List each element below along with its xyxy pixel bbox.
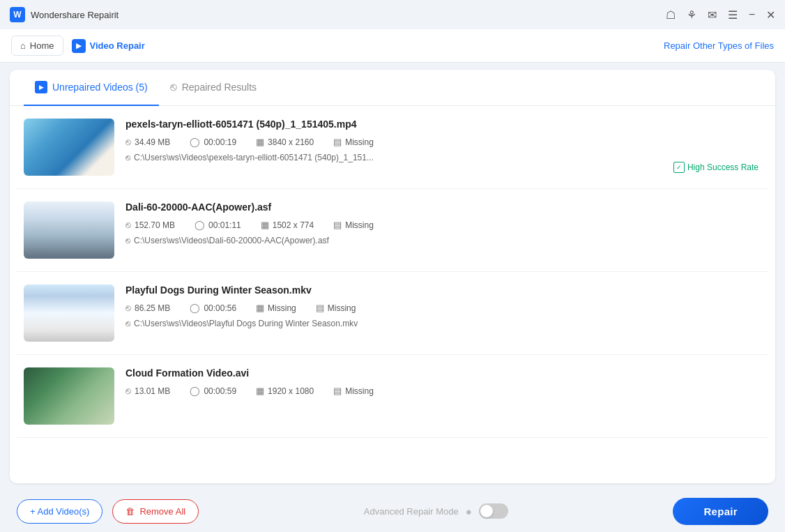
clock-icon-2: ◯ (190, 303, 200, 313)
title-bar: W Wondershare Repairit ☖ ⚘ ✉ ☰ − ✕ (0, 0, 785, 29)
video-repair-label: Video Repair (90, 40, 145, 51)
info-icon: ● (466, 506, 472, 517)
main-content: ▶ Unrepaired Videos (5) ⎋ Repaired Resul… (10, 70, 775, 483)
video-name-1: Dali-60-20000-AAC(Apower).asf (125, 202, 761, 213)
audio-icon-0: ▤ (333, 137, 342, 147)
headset-icon[interactable]: ⚘ (687, 8, 696, 22)
path-text-0: C:\Users\ws\Videos\pexels-taryn-elliott-… (134, 153, 374, 162)
video-info-0: pexels-taryn-elliott-6051471 (540p)_1_15… (125, 119, 761, 162)
path-text-1: C:\Users\ws\Videos\Dali-60-20000-AAC(Apo… (134, 236, 329, 245)
video-item-2: Playful Dogs During Winter Season.mkv ⎋ … (17, 272, 768, 355)
remove-all-label: Remove All (139, 506, 185, 517)
tab-unrepaired[interactable]: ▶ Unrepaired Videos (5) (24, 70, 159, 106)
video-meta-1: ⎋ 152.70 MB ◯ 00:01:11 ▦ 1502 x 774 ▤ Mi… (125, 220, 761, 230)
unrepaired-tab-icon: ▶ (35, 81, 47, 93)
video-resolution-3: ▦ 1920 x 1080 (256, 386, 314, 396)
video-thumbnail-0 (24, 119, 114, 176)
video-info-3: Cloud Formation Video.avi ⎋ 13.01 MB ◯ 0… (125, 367, 761, 402)
bottom-bar: + Add Video(s) 🗑 Remove All Advanced Rep… (0, 490, 785, 532)
minimize-button[interactable]: − (749, 8, 755, 21)
clock-icon-3: ◯ (190, 386, 200, 396)
video-path-0: ⎋ C:\Users\ws\Videos\pexels-taryn-elliot… (125, 153, 761, 162)
video-resolution-2: ▦ Missing (256, 303, 296, 313)
tab-repaired[interactable]: ⎋ Repaired Results (159, 70, 268, 106)
video-thumbnail-3 (24, 367, 114, 425)
video-item-0: pexels-taryn-elliott-6051471 (540p)_1_15… (17, 106, 768, 189)
advanced-mode-label: Advanced Repair Mode (364, 506, 459, 517)
bottom-left-actions: + Add Video(s) 🗑 Remove All (17, 499, 199, 524)
resolution-icon-1: ▦ (261, 220, 269, 230)
video-item-1: Dali-60-20000-AAC(Apower).asf ⎋ 152.70 M… (17, 189, 768, 272)
video-size-0: ⎋ 34.49 MB (125, 137, 170, 147)
video-list: pexels-taryn-elliott-6051471 (540p)_1_15… (10, 106, 775, 483)
tabs-bar: ▶ Unrepaired Videos (5) ⎋ Repaired Resul… (10, 70, 775, 106)
home-nav-item[interactable]: ⌂ Home (11, 36, 63, 56)
audio-icon-2: ▤ (316, 303, 324, 313)
folder-icon-2: ⎋ (125, 319, 130, 328)
add-video-button[interactable]: + Add Video(s) (17, 499, 102, 524)
remove-all-button[interactable]: 🗑 Remove All (112, 499, 199, 524)
clock-icon-0: ◯ (190, 137, 200, 147)
video-name-2: Playful Dogs During Winter Season.mkv (125, 284, 761, 296)
video-size-1: ⎋ 152.70 MB (125, 220, 175, 230)
clock-icon-1: ◯ (195, 220, 205, 230)
resolution-icon-0: ▦ (256, 137, 264, 147)
video-size-2: ⎋ 86.25 MB (125, 303, 170, 313)
app-icon: W (10, 7, 25, 22)
close-button[interactable]: ✕ (766, 8, 775, 22)
video-repair-nav-item[interactable]: ▶ Video Repair (72, 39, 145, 53)
video-duration-2: ◯ 00:00:56 (190, 303, 236, 313)
unrepaired-tab-label: Unrepaired Videos (5) (52, 82, 148, 93)
nav-bar: ⌂ Home ▶ Video Repair Repair Other Types… (0, 29, 785, 63)
video-audio-3: ▤ Missing (333, 386, 374, 396)
resolution-icon-2: ▦ (256, 303, 264, 313)
advanced-mode-section: Advanced Repair Mode ● (364, 503, 508, 519)
file-icon-1: ⎋ (125, 220, 131, 230)
video-thumbnail-2 (24, 284, 114, 342)
success-badge-0: ✓ High Success Rate (673, 162, 759, 173)
file-icon-3: ⎋ (125, 386, 131, 396)
video-meta-3: ⎋ 13.01 MB ◯ 00:00:59 ▦ 1920 x 1080 ▤ Mi… (125, 386, 761, 396)
repair-button[interactable]: Repair (673, 498, 768, 525)
video-name-3: Cloud Formation Video.avi (125, 367, 761, 379)
home-label: Home (30, 40, 54, 51)
folder-icon-1: ⎋ (125, 236, 130, 245)
video-thumbnail-1 (24, 202, 114, 259)
app-title: Wondershare Repairit (31, 10, 119, 20)
video-info-2: Playful Dogs During Winter Season.mkv ⎋ … (125, 284, 761, 328)
title-bar-left: W Wondershare Repairit (10, 7, 119, 22)
video-resolution-1: ▦ 1502 x 774 (261, 220, 314, 230)
video-path-1: ⎋ C:\Users\ws\Videos\Dali-60-20000-AAC(A… (125, 236, 761, 245)
video-meta-2: ⎋ 86.25 MB ◯ 00:00:56 ▦ Missing ▤ Missin… (125, 303, 761, 313)
repair-other-link[interactable]: Repair Other Types of Files (664, 40, 774, 51)
file-icon-0: ⎋ (125, 137, 131, 147)
account-icon[interactable]: ☖ (666, 8, 676, 22)
menu-icon[interactable]: ☰ (728, 8, 738, 22)
resolution-icon-3: ▦ (256, 386, 264, 396)
video-audio-2: ▤ Missing (316, 303, 356, 313)
video-info-1: Dali-60-20000-AAC(Apower).asf ⎋ 152.70 M… (125, 202, 761, 245)
home-icon: ⌂ (20, 40, 26, 51)
audio-icon-1: ▤ (333, 220, 342, 230)
folder-icon-0: ⎋ (125, 153, 130, 162)
video-resolution-0: ▦ 3840 x 2160 (256, 137, 314, 147)
path-text-2: C:\Users\ws\Videos\Playful Dogs During W… (134, 319, 358, 328)
success-icon-0: ✓ (673, 162, 685, 173)
trash-icon: 🗑 (125, 506, 135, 517)
video-repair-icon: ▶ (72, 39, 86, 53)
toggle-knob (480, 505, 493, 517)
video-size-3: ⎋ 13.01 MB (125, 386, 170, 396)
video-duration-0: ◯ 00:00:19 (190, 137, 236, 147)
video-item-3: Cloud Formation Video.avi ⎋ 13.01 MB ◯ 0… (17, 355, 768, 438)
repaired-tab-label: Repaired Results (182, 82, 257, 93)
video-audio-1: ▤ Missing (333, 220, 374, 230)
advanced-mode-toggle[interactable] (479, 503, 508, 519)
video-meta-0: ⎋ 34.49 MB ◯ 00:00:19 ▦ 3840 x 2160 ▤ Mi… (125, 137, 761, 147)
video-duration-3: ◯ 00:00:59 (190, 386, 236, 396)
video-audio-0: ▤ Missing (333, 137, 374, 147)
audio-icon-3: ▤ (333, 386, 342, 396)
file-icon-2: ⎋ (125, 303, 131, 313)
video-name-0: pexels-taryn-elliott-6051471 (540p)_1_15… (125, 119, 761, 130)
video-duration-1: ◯ 00:01:11 (195, 220, 241, 230)
chat-icon[interactable]: ✉ (708, 8, 717, 22)
